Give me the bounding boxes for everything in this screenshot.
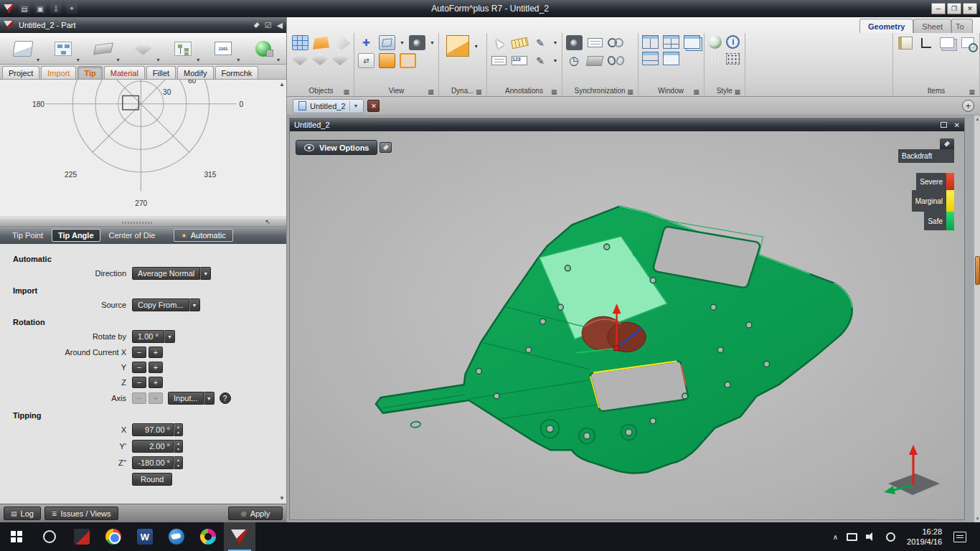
process-generator-button[interactable]: ▾ [245,35,281,62]
grid-window-icon[interactable] [663,35,679,49]
volume-icon[interactable] [866,532,877,542]
import-icon[interactable]: ⇩ [50,4,62,14]
close-document-button[interactable]: ✕ [367,100,380,112]
pick-annotation-icon[interactable] [491,35,507,50]
chevron-down-icon[interactable]: ▼ [164,330,175,343]
label-sync-icon[interactable] [588,38,603,47]
clipping-box-icon[interactable] [400,53,416,68]
binary-doc-button[interactable]: 1101▾ [205,35,241,62]
ribbon-tab-sheet[interactable]: Sheet [913,19,951,33]
tab-modify[interactable]: Modify [177,66,213,79]
checklist-icon[interactable]: ☑ [265,21,272,30]
view-orientation-icon[interactable] [379,35,395,50]
automatic-button[interactable]: ✶ Automatic [174,229,232,242]
unlink-icon[interactable] [608,53,624,68]
process-tree-button[interactable]: ▾ [165,35,201,62]
chevron-down-icon[interactable]: ▼ [189,298,200,311]
hidden-icons-chevron[interactable]: ∧ [833,533,838,541]
document-tab[interactable]: Untitled_2 ▼ [293,99,364,113]
search-button[interactable] [33,522,66,551]
subtab-tip-angle[interactable]: Tip Angle [52,229,100,242]
zoom-fit-icon[interactable] [358,35,374,50]
chevron-down-icon[interactable]: ▼ [204,392,215,405]
taskbar-app-2[interactable] [192,522,224,551]
compass-scroll-up[interactable]: ▲ [279,81,285,88]
axis-input-dropdown[interactable]: Input...▼ [168,392,215,405]
measure-icon[interactable] [511,37,529,49]
mirror-tool-button[interactable]: ▾ [85,35,121,62]
group-options-icon[interactable]: ▦ [734,88,740,95]
network-icon[interactable] [847,533,857,541]
diamond-object-icon[interactable] [292,53,308,65]
viewport-close-icon[interactable]: ✕ [954,121,960,129]
camera-sync-icon[interactable] [566,35,583,50]
chevron-down-icon[interactable]: ▼ [200,267,211,280]
chevron-down-icon[interactable]: ▼ [400,40,405,45]
collapse-panel-icon[interactable]: ◀ [277,21,283,30]
chevron-down-icon[interactable]: ▼ [349,101,359,111]
spinner-arrows-icon[interactable]: ▲▼ [174,456,183,469]
tab-formchk[interactable]: Formchk [215,66,259,79]
points-style-icon[interactable] [726,53,740,65]
rotate-y-minus-button[interactable]: − [132,362,146,373]
log-button[interactable]: ▤Log [4,507,41,520]
scroll-up-icon[interactable]: ▲ [974,116,980,123]
view-options-pin[interactable] [380,142,392,153]
tab-import[interactable]: Import [41,66,76,79]
rotate-x-minus-button[interactable]: − [132,347,146,358]
ribbon-tab-geometry[interactable]: Geometry [859,19,913,33]
tipping-x-spinner[interactable]: 97.00 ° ▲▼ [132,423,183,436]
chevron-down-icon[interactable]: ▼ [553,40,558,45]
tipping-z-spinner[interactable]: -180.00 ° ▲▼ [132,456,183,469]
section-view-icon[interactable] [379,53,395,68]
scroll-down-icon[interactable]: ▼ [974,515,980,522]
viewport-restore-icon[interactable] [941,122,947,128]
scrollbar-thumb[interactable] [975,256,980,285]
round-button[interactable]: Round [132,473,172,486]
subtab-center-of-die[interactable]: Center of Die [103,229,162,242]
close-button[interactable]: ✕ [963,3,977,14]
ribbon-tab-tools[interactable]: To [951,19,973,33]
split-horizontal-window-icon[interactable] [642,52,659,65]
draw-annotation-icon[interactable] [532,35,549,50]
wireframe-style-icon[interactable] [726,35,740,49]
part-3d-model[interactable] [290,131,964,519]
compass-marker[interactable] [123,96,139,110]
taskbar-autoform[interactable] [224,522,255,551]
tab-project[interactable]: Project [2,66,39,79]
chevron-down-icon[interactable]: ▼ [430,40,435,45]
chevron-down-icon[interactable]: ▼ [473,44,479,49]
edit-annotation-icon[interactable] [532,53,549,68]
surface-sync-icon[interactable] [586,56,604,66]
taskbar-chrome[interactable] [98,522,129,551]
taskbar-app-1[interactable] [66,522,98,551]
split-vertical-window-icon[interactable] [642,35,659,49]
restore-button[interactable]: ❐ [947,3,961,14]
rotate-z-plus-button[interactable]: + [149,377,163,388]
tab-fillet[interactable]: Fillet [146,66,176,79]
3d-canvas[interactable]: View Options Backdraft Severe Marginal [290,131,964,519]
group-options-icon[interactable]: ▦ [551,88,557,95]
rotate-by-dropdown[interactable]: 1.00 °▼ [132,330,175,343]
pin-icon[interactable] [254,22,260,28]
panel-splitter[interactable]: ↖ [0,217,286,227]
blank-button[interactable]: ▾ [125,35,161,62]
diamond-object-icon[interactable] [312,53,328,65]
direction-dropdown[interactable]: Average Normal▼ [132,267,211,280]
minimize-button[interactable]: ─ [931,3,946,14]
legend-pin[interactable] [940,138,954,149]
save-icon[interactable]: ▣ [34,4,46,14]
chevron-down-icon[interactable]: ▼ [553,58,558,63]
taskbar-thunderbird[interactable] [161,522,192,551]
group-options-icon[interactable]: ▦ [969,88,975,95]
viewport-scrollbar[interactable]: ▲ ▼ [974,116,980,522]
single-window-icon[interactable] [663,52,679,65]
link-icon[interactable] [608,35,624,50]
group-options-icon[interactable]: ▦ [693,88,699,95]
mesh-style-icon[interactable] [708,52,722,65]
diamond-object-icon[interactable] [332,53,348,65]
flip-view-icon[interactable] [358,53,374,68]
camera-view-icon[interactable] [409,35,425,50]
source-dropdown[interactable]: Copy From...▼ [132,298,200,311]
copy-items-icon[interactable] [940,37,954,48]
